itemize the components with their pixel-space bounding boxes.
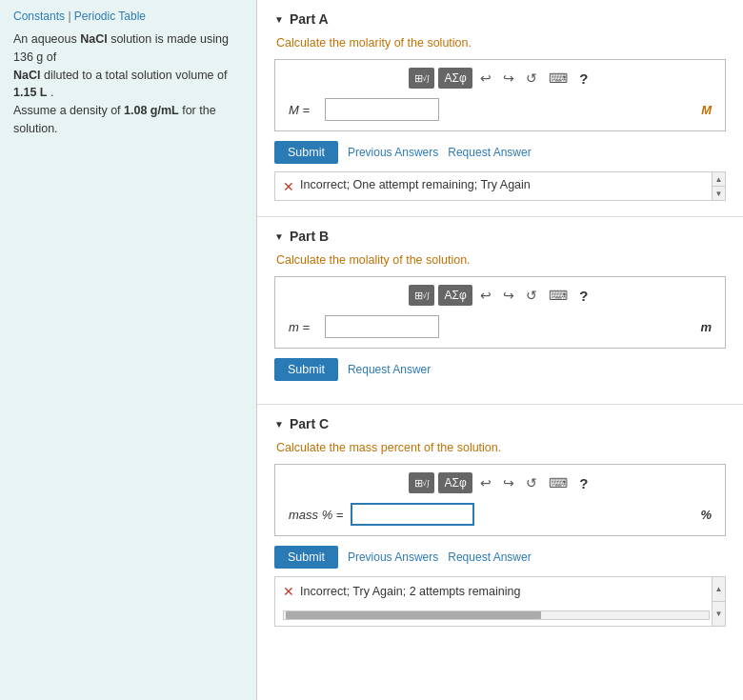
nacl-bold-2: NaCl	[13, 69, 40, 82]
matrix-btn-b[interactable]: ⊞√∫	[409, 285, 435, 306]
help-btn-a[interactable]: ?	[575, 69, 592, 89]
redo-btn-b[interactable]: ↪	[499, 286, 518, 305]
part-b-toolbar: ⊞√∫ ΑΣφ ↩ ↪ ↺ ⌨ ?	[285, 285, 715, 306]
part-a-submit-btn[interactable]: Submit	[274, 141, 338, 164]
greek-btn-b[interactable]: ΑΣφ	[438, 285, 472, 306]
part-b-submit-btn[interactable]: Submit	[274, 358, 338, 381]
greek-btn-c[interactable]: ΑΣφ	[438, 472, 472, 493]
part-c-answer-label: mass % =	[289, 508, 343, 522]
help-btn-b[interactable]: ?	[575, 286, 592, 306]
part-a-input-box: ⊞√∫ ΑΣφ ↩ ↪ ↺ ⌨ ? M = M	[274, 59, 726, 131]
redo-btn-c[interactable]: ↪	[499, 473, 518, 492]
part-c-feedback-text: Incorrect; Try Again; 2 attempts remaini…	[300, 585, 535, 598]
part-c-previous-answers-link[interactable]: Previous Answers	[348, 550, 438, 564]
sidebar-links: Constants | Periodic Table	[13, 10, 243, 23]
part-b-title: Part B	[290, 229, 329, 244]
periodic-table-link[interactable]: Periodic Table	[74, 10, 146, 23]
part-a-header: ▼ Part A	[274, 11, 726, 27]
part-c-feedback: ✕ Incorrect; Try Again; 2 attempts remai…	[274, 576, 726, 627]
part-b-header: ▼ Part B	[274, 229, 726, 244]
part-c-toolbar: ⊞√∫ ΑΣφ ↩ ↪ ↺ ⌨ ?	[285, 472, 715, 493]
keyboard-btn-a[interactable]: ⌨	[545, 69, 572, 88]
reset-btn-c[interactable]: ↺	[522, 473, 541, 492]
part-b-answer-label: m =	[289, 320, 317, 334]
part-c-hscroll-container	[283, 610, 710, 620]
part-b-btn-row: Submit Request Answer	[274, 358, 726, 381]
part-c-unit: %	[700, 508, 712, 522]
part-a-answer-input[interactable]	[325, 98, 439, 121]
main-content: ▼ Part A Calculate the molarity of the s…	[257, 0, 743, 700]
part-b-unit: m	[700, 320, 712, 334]
part-a-title: Part A	[290, 11, 329, 27]
part-c-question: Calculate the mass percent of the soluti…	[276, 441, 726, 454]
part-a-scrollbar: ▲ ▼	[712, 172, 725, 200]
scroll-up-a[interactable]: ▲	[713, 172, 725, 187]
matrix-btn-c[interactable]: ⊞√∫	[409, 472, 435, 493]
part-a-answer-label: M =	[289, 103, 317, 117]
part-c-scrollbar: ▲ ▼	[712, 577, 725, 626]
part-c-feedback-icon: ✕	[283, 584, 294, 599]
sidebar: Constants | Periodic Table An aqueous Na…	[0, 0, 257, 700]
part-b-question: Calculate the molality of the solution.	[276, 253, 726, 267]
part-b-answer-row: m = m	[285, 313, 715, 340]
nacl-bold: NaCl	[80, 32, 107, 46]
undo-btn-c[interactable]: ↩	[476, 473, 495, 492]
part-b-answer-input[interactable]	[325, 315, 439, 338]
matrix-btn-a[interactable]: ⊞√∫	[409, 68, 435, 89]
part-b-collapse-arrow[interactable]: ▼	[274, 231, 284, 242]
reset-btn-b[interactable]: ↺	[522, 286, 541, 305]
undo-btn-a[interactable]: ↩	[476, 69, 495, 88]
part-c-btn-row: Submit Previous Answers Request Answer	[274, 546, 726, 569]
scroll-up-c[interactable]: ▲	[713, 577, 725, 602]
greek-btn-a[interactable]: ΑΣφ	[438, 68, 472, 89]
part-c-hscroll-bar[interactable]	[283, 610, 710, 620]
part-a-feedback: ✕ Incorrect; One attempt remaining; Try …	[274, 171, 726, 201]
part-b-request-answer-link[interactable]: Request Answer	[348, 363, 431, 376]
part-a-feedback-text: Incorrect; One attempt remaining; Try Ag…	[300, 178, 717, 191]
part-c-request-answer-link[interactable]: Request Answer	[448, 550, 531, 564]
part-a-toolbar: ⊞√∫ ΑΣφ ↩ ↪ ↺ ⌨ ?	[285, 68, 715, 89]
part-c-collapse-arrow[interactable]: ▼	[274, 419, 284, 430]
redo-btn-a[interactable]: ↪	[499, 69, 518, 88]
part-c-title: Part C	[290, 416, 329, 431]
link-separator: |	[68, 10, 70, 23]
part-c-answer-input[interactable]	[351, 503, 474, 526]
part-c-answer-row: mass % = %	[285, 501, 715, 528]
constants-link[interactable]: Constants	[13, 10, 65, 23]
part-c-header: ▼ Part C	[274, 416, 726, 431]
problem-statement: An aqueous NaCl solution is made using 1…	[13, 30, 243, 138]
help-btn-c[interactable]: ?	[575, 473, 592, 493]
part-b-input-box: ⊞√∫ ΑΣφ ↩ ↪ ↺ ⌨ ? m = m	[274, 276, 726, 349]
part-a-section: ▼ Part A Calculate the molarity of the s…	[257, 0, 743, 217]
part-a-previous-answers-link[interactable]: Previous Answers	[348, 146, 438, 159]
undo-btn-b[interactable]: ↩	[476, 286, 495, 305]
part-a-collapse-arrow[interactable]: ▼	[274, 14, 284, 25]
part-c-submit-btn[interactable]: Submit	[274, 546, 338, 569]
reset-btn-a[interactable]: ↺	[522, 69, 541, 88]
part-a-btn-row: Submit Previous Answers Request Answer	[274, 141, 726, 164]
keyboard-btn-b[interactable]: ⌨	[545, 286, 572, 305]
part-a-answer-row: M = M	[285, 96, 715, 123]
part-a-unit: M	[701, 103, 712, 117]
part-b-section: ▼ Part B Calculate the molality of the s…	[257, 217, 743, 405]
part-a-feedback-icon: ✕	[283, 179, 294, 194]
keyboard-btn-c[interactable]: ⌨	[545, 473, 572, 492]
part-a-request-answer-link[interactable]: Request Answer	[448, 146, 531, 159]
part-c-hscroll-thumb	[286, 611, 541, 619]
scroll-down-a[interactable]: ▼	[713, 187, 725, 200]
part-a-question: Calculate the molarity of the solution.	[276, 36, 726, 50]
scroll-down-c[interactable]: ▼	[713, 602, 725, 626]
part-c-input-box: ⊞√∫ ΑΣφ ↩ ↪ ↺ ⌨ ? mass % = %	[274, 464, 726, 536]
part-c-section: ▼ Part C Calculate the mass percent of t…	[257, 405, 743, 642]
